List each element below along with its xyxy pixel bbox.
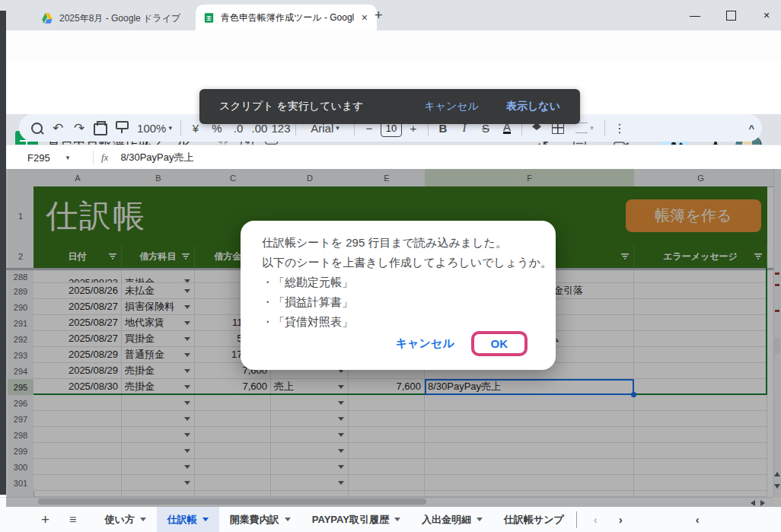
dropdown-icon[interactable] — [184, 353, 190, 357]
row-header-298[interactable]: 298 — [8, 427, 34, 444]
cell-C298[interactable] — [195, 427, 271, 443]
cell-G289[interactable] — [634, 283, 767, 299]
cell-F300[interactable] — [425, 459, 634, 475]
collapse-toolbar-icon[interactable]: ^ — [748, 123, 754, 134]
cell-A296[interactable] — [33, 395, 122, 411]
cell-E295[interactable]: 7,600 — [349, 379, 425, 395]
make-books-button[interactable]: 帳簿を作る — [626, 199, 761, 232]
scroll-right-icon[interactable] — [760, 500, 765, 506]
header-cell-A[interactable]: 日付 — [33, 245, 122, 268]
dropdown-icon[interactable] — [184, 433, 190, 437]
dialog-cancel-button[interactable]: キャンセル — [396, 336, 454, 351]
sheet-tab-0[interactable]: 使い方 — [94, 507, 156, 532]
row-header-289[interactable]: 289 — [8, 283, 34, 300]
sheet-tab-5[interactable]: 仕訳帳サンプ — [493, 507, 575, 532]
redo-icon[interactable]: ↷ — [69, 118, 89, 138]
dropdown-icon[interactable] — [338, 401, 344, 405]
row-header-291[interactable]: 291 — [8, 315, 34, 332]
cell-D297[interactable] — [271, 411, 349, 427]
cell-E298[interactable] — [349, 427, 425, 443]
cell-B296[interactable] — [122, 395, 195, 411]
cell-A290[interactable]: 2025/08/27 — [33, 299, 122, 315]
cell-E299[interactable] — [349, 443, 425, 459]
cell-D302[interactable] — [271, 491, 349, 497]
cell-C300[interactable] — [195, 459, 271, 475]
name-box[interactable]: F295 ▾ — [0, 152, 85, 164]
next-sheets-icon[interactable]: › — [619, 513, 623, 526]
dropdown-icon[interactable] — [184, 417, 190, 421]
vertical-scrollbar-thumb[interactable] — [774, 337, 780, 355]
cell-G292[interactable] — [634, 331, 767, 347]
column-header-B[interactable]: B — [122, 169, 196, 187]
print-icon[interactable] — [91, 118, 110, 138]
dropdown-icon[interactable] — [184, 289, 190, 293]
dropdown-icon[interactable] — [338, 385, 344, 389]
dropdown-icon[interactable] — [184, 465, 190, 469]
cell-A294[interactable]: 2025/08/29 — [33, 363, 122, 379]
cell-E300[interactable] — [349, 459, 425, 475]
filter-icon[interactable] — [621, 253, 629, 260]
cell-B291[interactable]: 地代家賃 — [122, 315, 195, 331]
sheet-tab-1[interactable]: 仕訳帳 — [157, 507, 219, 532]
sheet-tab-menu-icon[interactable] — [394, 518, 400, 521]
cell-G296[interactable] — [634, 395, 767, 411]
cell-A291[interactable]: 2025/08/27 — [33, 315, 122, 331]
row-header-293[interactable]: 293 — [8, 347, 34, 364]
cell-G300[interactable] — [634, 459, 767, 475]
prev-sheets-icon[interactable]: ‹ — [594, 513, 598, 526]
cell-B293[interactable]: 普通預金 — [122, 347, 195, 363]
more-options-icon[interactable]: ⋮ — [610, 118, 630, 138]
add-sheet-button[interactable]: + — [41, 511, 49, 528]
cell-D301[interactable] — [271, 475, 349, 491]
header-cell-B[interactable]: 借方科目 — [122, 245, 195, 268]
scroll-left-icon[interactable] — [751, 500, 755, 506]
row-header-299[interactable]: 299 — [8, 443, 34, 460]
browser-tab-sheets[interactable]: 青色申告帳簿作成ツール - Google × — [196, 5, 377, 30]
formula-input[interactable]: 8/30PayPay売上 — [120, 151, 193, 164]
column-header-E[interactable]: E — [349, 169, 426, 187]
cell-B292[interactable]: 買掛金 — [122, 331, 195, 347]
cell-A298[interactable] — [33, 427, 122, 443]
collapse-panel-icon[interactable]: ‹ — [696, 513, 700, 526]
filter-icon[interactable] — [182, 253, 190, 260]
dropdown-icon[interactable] — [184, 321, 190, 325]
column-header-A[interactable]: A — [33, 169, 123, 187]
window-close-button[interactable]: × — [755, 8, 778, 23]
toast-cancel-button[interactable]: キャンセル — [424, 100, 479, 113]
row-header-295[interactable]: 295 — [8, 379, 34, 396]
cell-A293[interactable]: 2025/08/29 — [33, 347, 122, 363]
row-header-294[interactable]: 294 — [8, 363, 34, 380]
cell-F302[interactable] — [425, 491, 634, 497]
dropdown-icon[interactable] — [338, 481, 344, 485]
cell-B295[interactable]: 売掛金 — [122, 379, 195, 395]
sheet-tab-menu-icon[interactable] — [202, 518, 209, 521]
cell-B289[interactable]: 未払金 — [122, 283, 195, 299]
dialog-ok-button[interactable]: OK — [471, 331, 528, 356]
sheet-tab-2[interactable]: 開業費内訳 — [219, 507, 301, 532]
row-header-296[interactable]: 296 — [8, 395, 34, 412]
cell-C301[interactable] — [195, 475, 271, 491]
row-header-292[interactable]: 292 — [8, 331, 34, 348]
cell-G288[interactable] — [634, 270, 767, 283]
vertical-scrollbar[interactable] — [773, 169, 781, 497]
cell-E301[interactable] — [349, 475, 425, 491]
horizontal-scrollbar-thumb[interactable] — [38, 499, 426, 505]
all-sheets-menu-icon[interactable]: ≡ — [69, 513, 75, 527]
cell-C299[interactable] — [195, 443, 271, 459]
tab-close-icon[interactable]: × — [360, 11, 369, 24]
column-header-C[interactable]: C — [195, 169, 272, 187]
dropdown-icon[interactable] — [184, 481, 190, 485]
dropdown-icon[interactable] — [184, 401, 190, 405]
scroll-down-icon[interactable] — [774, 484, 780, 489]
dropdown-icon[interactable] — [338, 449, 344, 453]
cell-A300[interactable] — [33, 459, 122, 475]
cell-B297[interactable] — [122, 411, 195, 427]
cell-F296[interactable] — [425, 395, 634, 411]
sheet-tab-3[interactable]: PAYPAY取引履歴 — [301, 507, 411, 532]
cell-G294[interactable] — [634, 363, 767, 379]
cell-D300[interactable] — [271, 459, 349, 475]
cell-C302[interactable] — [195, 491, 271, 497]
cell-G301[interactable] — [634, 475, 767, 491]
cell-G297[interactable] — [634, 411, 767, 427]
cell-G291[interactable] — [634, 315, 767, 331]
